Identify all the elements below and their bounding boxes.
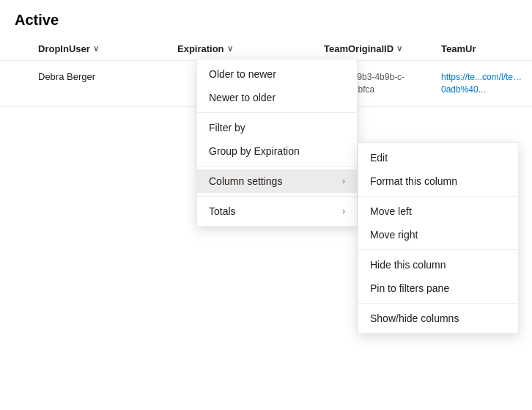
menu-item-older-to-newer[interactable]: Older to newer [197,62,357,86]
table-header: DropInUser ∨ Expiration ∨ TeamOriginalID… [0,37,532,61]
chevron-down-icon: ∨ [93,44,99,54]
col-header-teamurl[interactable]: TeamUr [432,37,532,60]
menu-label-show-hide-columns: Show/hide columns [370,312,459,324]
col-label-teamoriginalid: TeamOriginalID [324,43,394,54]
page-title: Active [0,0,532,37]
menu-item-move-right[interactable]: Move right [358,223,518,246]
col-header-expiration[interactable]: Expiration ∨ [169,37,315,60]
menu-label-column-settings: Column settings [209,175,282,187]
menu-label-format-this-column: Format this column [370,175,457,187]
menu-label-totals: Totals [209,205,236,217]
menu-item-hide-this-column[interactable]: Hide this column [358,253,518,277]
menu-item-format-this-column[interactable]: Format this column [358,169,518,193]
menu-divider-4 [358,196,518,197]
menu-label-edit: Edit [370,152,388,164]
secondary-dropdown-menu: Edit Format this column Move left Move r… [358,142,519,334]
menu-item-pin-to-filters-pane[interactable]: Pin to filters pane [358,277,518,300]
menu-label-move-right: Move right [370,229,418,241]
menu-label-older-to-newer: Older to newer [209,68,276,80]
cell-check [0,67,29,76]
menu-item-show-hide-columns[interactable]: Show/hide columns [358,307,518,330]
menu-item-filter-by[interactable]: Filter by [197,116,357,139]
menu-item-edit[interactable]: Edit [358,146,518,169]
menu-divider-2 [197,166,357,166]
menu-item-totals[interactable]: Totals › [197,199,357,223]
col-header-dropinuser[interactable]: DropInUser ∨ [29,37,169,60]
chevron-down-icon: ∨ [396,44,402,54]
menu-item-column-settings[interactable]: Column settings › [197,169,357,193]
menu-label-group-by-expiration: Group by Expiration [209,145,300,157]
menu-label-filter-by: Filter by [209,122,245,133]
col-header-teamoriginalid[interactable]: TeamOriginalID ∨ [315,37,432,60]
col-label-dropinuser: DropInUser [38,43,90,54]
col-label-teamurl: TeamUr [441,43,476,54]
arrow-right-icon: › [342,206,345,216]
menu-item-group-by-expiration[interactable]: Group by Expiration [197,139,357,163]
menu-label-pin-to-filters-pane: Pin to filters pane [370,282,449,294]
arrow-right-icon: › [342,176,345,186]
col-header-check[interactable] [0,37,29,60]
menu-item-move-left[interactable]: Move left [358,199,518,223]
chevron-down-icon: ∨ [227,44,233,54]
menu-divider-6 [358,303,518,304]
menu-label-hide-this-column: Hide this column [370,259,446,271]
menu-divider-3 [197,196,357,197]
menu-item-newer-to-older[interactable]: Newer to older [197,86,357,109]
menu-label-newer-to-older: Newer to older [209,92,276,103]
cell-dropinuser: Debra Berger [29,67,169,87]
menu-divider-1 [197,112,357,113]
menu-divider-5 [358,249,518,250]
cell-teamurl: https://te...com/l/tea5b0a4a74 0adb%40..… [432,67,532,100]
menu-label-move-left: Move left [370,205,412,217]
col-label-expiration: Expiration [177,43,224,54]
primary-dropdown-menu: Older to newer Newer to older Filter by … [196,59,358,227]
